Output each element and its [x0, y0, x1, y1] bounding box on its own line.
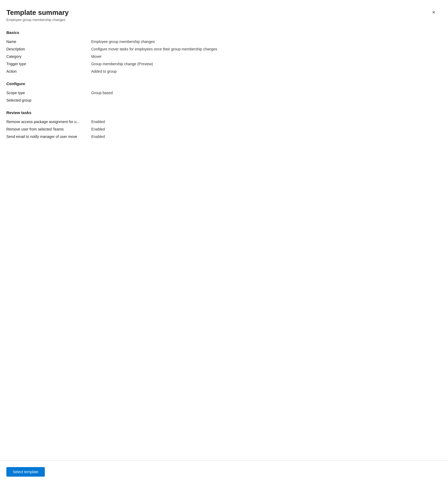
- basics-action-value: Added to group: [91, 69, 117, 73]
- configure-scope-label: Scope type: [6, 91, 91, 95]
- review-task-2-label: Remove user from selected Teams: [6, 127, 91, 131]
- close-icon: ×: [432, 9, 435, 15]
- configure-scope-row: Scope type Group based: [6, 89, 437, 97]
- page-subtitle: Employee group membership changes: [6, 18, 69, 22]
- title-block: Template summary Employee group membersh…: [6, 8, 69, 22]
- basics-action-row: Action Added to group: [6, 68, 437, 75]
- panel: Template summary Employee group membersh…: [0, 0, 448, 460]
- basics-trigger-label: Trigger type: [6, 62, 91, 66]
- basics-category-row: Category Mover: [6, 53, 437, 60]
- configure-group-label: Selected group: [6, 98, 91, 102]
- review-tasks-section: Review tasks Remove access package assig…: [6, 110, 437, 140]
- basics-description-value: Configure mover tasks for employees once…: [91, 47, 217, 51]
- review-tasks-section-title: Review tasks: [6, 110, 437, 115]
- basics-action-label: Action: [6, 69, 91, 73]
- basics-section-title: Basics: [6, 30, 437, 35]
- review-task-2-row: Remove user from selected Teams Enabled: [6, 125, 437, 133]
- basics-category-value: Mover: [91, 54, 102, 59]
- review-task-3-row: Send email to notify manager of user mov…: [6, 133, 437, 140]
- review-task-1-value: Enabled: [91, 120, 105, 124]
- basics-name-row: Name Employee group membership changes: [6, 38, 437, 45]
- configure-section-title: Configure: [6, 81, 437, 86]
- basics-description-row: Description Configure mover tasks for em…: [6, 45, 437, 53]
- configure-scope-value: Group based: [91, 91, 113, 95]
- basics-trigger-row: Trigger type Group membership change (Pr…: [6, 60, 437, 68]
- basics-name-value: Employee group membership changes: [91, 40, 155, 44]
- close-button[interactable]: ×: [430, 8, 437, 16]
- basics-trigger-value: Group membership change (Preview): [91, 62, 153, 66]
- basics-section: Basics Name Employee group membership ch…: [6, 30, 437, 75]
- page-title: Template summary: [6, 8, 69, 17]
- configure-group-row: Selected group: [6, 97, 437, 104]
- basics-description-label: Description: [6, 47, 91, 51]
- review-task-3-label: Send email to notify manager of user mov…: [6, 134, 91, 139]
- footer: Select template: [0, 460, 448, 483]
- review-task-3-value: Enabled: [91, 134, 105, 139]
- review-task-1-label: Remove access package assignment for u..…: [6, 120, 91, 124]
- panel-header: Template summary Employee group membersh…: [6, 8, 437, 22]
- basics-name-label: Name: [6, 40, 91, 44]
- review-task-2-value: Enabled: [91, 127, 105, 131]
- configure-section: Configure Scope type Group based Selecte…: [6, 81, 437, 104]
- basics-category-label: Category: [6, 54, 91, 59]
- review-task-1-row: Remove access package assignment for u..…: [6, 118, 437, 125]
- select-template-button[interactable]: Select template: [6, 467, 45, 477]
